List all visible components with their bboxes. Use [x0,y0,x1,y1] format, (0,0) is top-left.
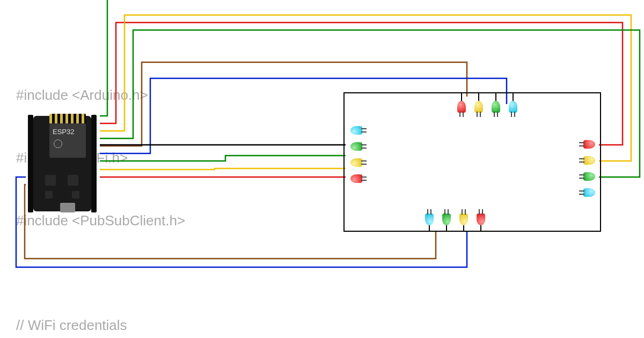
wire-green-3 [100,156,346,161]
led-right-red[interactable] [583,140,595,149]
led-right-yellow[interactable] [583,156,595,165]
led-bottom-cyan[interactable] [425,214,434,225]
micro-usb-port [60,203,75,212]
led-right-cyan[interactable] [583,188,595,197]
pin-header-right[interactable] [91,115,97,212]
led-right-green[interactable] [583,172,595,181]
led-bottom-yellow[interactable] [459,214,468,225]
led-left-green[interactable] [350,142,362,151]
esp32-chip: ESP32 [49,123,86,158]
led-bottom-red[interactable] [477,214,485,225]
led-top-red[interactable] [457,101,466,113]
led-left-red[interactable] [350,174,362,183]
button-en[interactable] [45,191,53,199]
led-left-yellow[interactable] [350,158,362,167]
espressif-logo-icon [54,139,62,148]
chip-label: ESP32 [53,128,74,136]
wifi-antenna [49,114,86,123]
wire-green [100,0,107,116]
board-pcb: ESP32 [33,116,91,211]
usb-serial-chip [68,175,78,186]
led-left-cyan[interactable] [350,126,362,135]
pin-header-left[interactable] [28,115,33,212]
led-bottom-green[interactable] [442,214,451,225]
led-top-cyan[interactable] [509,101,517,113]
led-top-green[interactable] [492,101,500,113]
esp32-board[interactable]: ESP32 [28,111,97,217]
regulator-chip [45,175,56,186]
intersection-box [343,92,601,232]
led-top-yellow[interactable] [474,101,483,113]
button-boot[interactable] [72,191,79,199]
wire-yellow-2 [100,168,346,170]
